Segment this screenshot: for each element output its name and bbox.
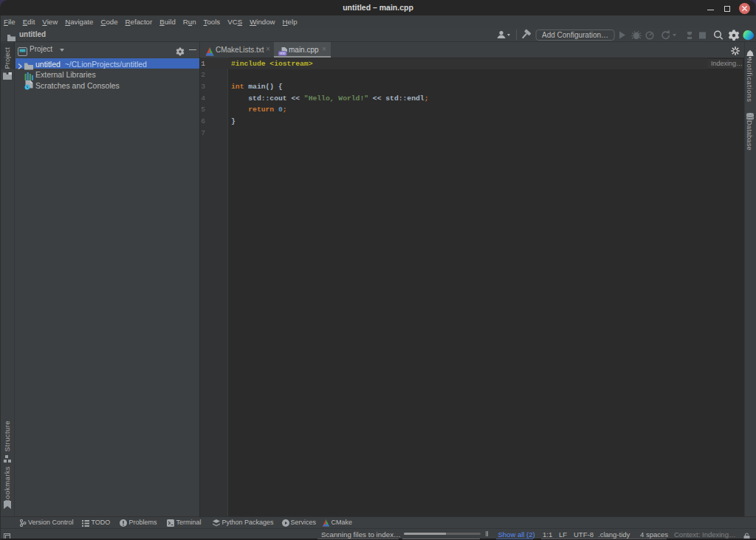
svg-text:Add Configuration…: Add Configuration… [542, 31, 608, 39]
